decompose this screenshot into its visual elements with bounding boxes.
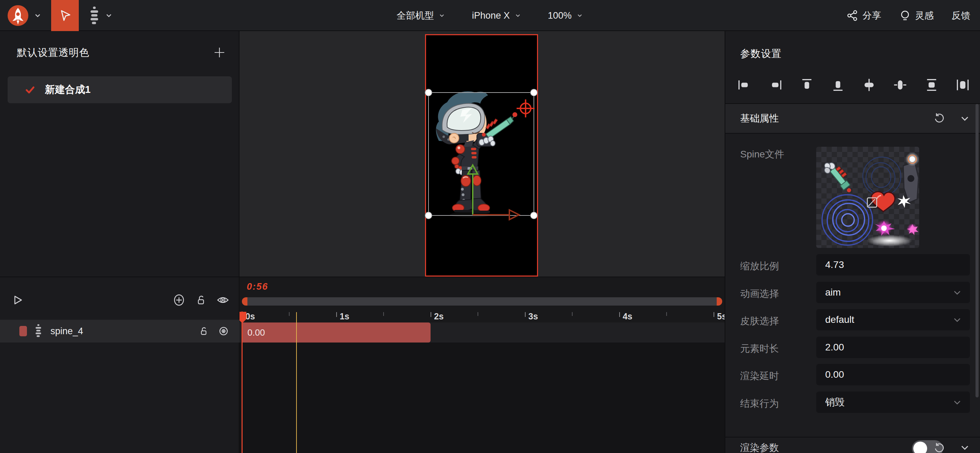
layer-lock-button[interactable] [198,326,209,337]
device-label: iPhone X [472,10,510,21]
duration-label: 元素时长 [740,342,779,355]
chevron-down-icon [514,12,522,19]
compositions-title: 默认设置透明色 [17,46,89,60]
lightbulb-icon [899,10,911,21]
topbar-left-group [0,0,113,31]
timeline-range-scrollbar[interactable] [242,297,722,306]
collapse-render-params-button[interactable] [959,442,970,453]
delay-field[interactable] [816,364,970,385]
chevron-down-icon [576,12,583,19]
feedback-button[interactable]: 反馈 [952,10,970,22]
animation-label: 动画选择 [740,287,779,300]
add-layer-button[interactable] [172,293,186,307]
layer-visibility-button[interactable] [217,325,230,337]
duration-input[interactable] [825,342,939,353]
scale-input[interactable] [825,259,939,270]
compositions-panel: 默认设置透明色 新建合成1 [0,31,239,453]
spine-file-label: Spine文件 [740,148,784,161]
share-button[interactable]: 分享 [846,10,881,22]
chevron-down-icon [959,113,970,124]
spine-character[interactable] [435,90,542,225]
properties-scrollbar[interactable] [975,104,978,398]
basic-properties-title: 基础属性 [740,112,779,125]
add-composition-button[interactable] [213,46,226,59]
align-top-button[interactable] [799,78,815,92]
basic-properties-section-header[interactable]: 基础属性 [725,103,980,134]
chevron-down-icon [952,315,963,325]
playhead-line[interactable] [242,312,243,453]
cursor-icon [57,8,73,23]
animation-select[interactable]: aim [816,282,970,303]
layer-color-swatch[interactable] [19,326,27,336]
range-handle-right[interactable] [717,297,722,306]
share-icon [846,10,858,21]
spine-tool-button[interactable] [89,6,113,25]
compositions-header: 默认设置透明色 [0,41,239,65]
scale-field[interactable] [816,254,970,276]
timeline-rows-background [239,342,725,453]
ruler-tick-2s: 2s [434,312,444,322]
ruler-tick-4s: 4s [623,312,632,322]
section-divider [725,437,980,437]
properties-panel: 参数设置 基础属性 [725,31,980,453]
select-tool-button[interactable] [51,0,79,31]
layers-toolbar [0,289,239,311]
feedback-label: 反馈 [952,10,970,22]
align-bottom-button[interactable] [830,78,846,92]
delay-input[interactable] [825,369,939,380]
center-in-canvas-vertical-button[interactable] [924,78,939,92]
layer-row-spine4[interactable]: spine_4 [0,320,239,342]
check-icon [24,84,36,96]
timeline-clip[interactable]: 0.00 [242,323,431,342]
duration-field[interactable] [816,337,970,358]
end-behavior-label: 结束行为 [740,397,779,410]
canvas-area[interactable] [239,31,725,277]
skin-value: default [825,314,854,325]
end-behavior-select[interactable]: 销毁 [816,391,970,413]
workspace-chevron-down-icon[interactable] [33,11,42,20]
device-filter-dropdown[interactable]: 全部机型 [397,10,446,22]
alignment-toolbar [737,78,970,92]
rocket-icon [8,5,28,26]
zoom-dropdown[interactable]: 100% [548,10,583,21]
device-dropdown[interactable]: iPhone X [472,10,522,21]
device-filter-label: 全部机型 [397,10,434,22]
composition-name: 新建合成1 [45,83,91,97]
plus-circle-icon [172,293,186,307]
layer-name: spine_4 [51,326,83,337]
end-behavior-value: 销毁 [825,396,845,409]
chevron-down-icon [959,442,970,453]
composition-item[interactable]: 新建合成1 [8,76,232,103]
spine-file-thumbnail[interactable] [816,147,919,248]
align-left-button[interactable] [737,78,752,92]
app-logo-avatar[interactable] [8,5,28,26]
ruler-tick-0s: 0s [245,312,255,322]
center-in-canvas-horizontal-button[interactable] [955,78,970,92]
lock-all-button[interactable] [194,294,207,306]
align-right-button[interactable] [768,78,783,92]
reset-icon [933,442,945,453]
render-params-section-header[interactable]: 渲染参数 [725,439,980,453]
reset-icon [933,112,945,125]
toggle-knob [913,442,927,453]
inspiration-label: 灵感 [915,10,934,22]
reset-render-params-button[interactable] [933,442,945,453]
align-vertical-center-button[interactable] [861,78,877,92]
chevron-down-icon [952,287,963,298]
properties-title: 参数设置 [740,47,782,61]
spine-tool-chevron-down-icon[interactable] [104,11,113,20]
inspiration-button[interactable]: 灵感 [899,10,934,22]
zoom-level-label: 100% [548,10,571,21]
show-all-button[interactable] [216,293,230,307]
range-handle-left[interactable] [242,297,247,306]
layer-track-spine4[interactable]: 0.00 [239,323,725,342]
topbar-center-group: 全部机型 iPhone X 100% [397,0,584,31]
collapse-section-button[interactable] [959,113,970,124]
reset-section-button[interactable] [933,112,945,125]
time-cursor-line [296,312,297,453]
play-button[interactable] [11,294,24,306]
time-ruler[interactable]: 0s 1s 2s 3s 4s 5s [239,312,725,323]
skin-select[interactable]: default [816,309,970,330]
skin-label: 皮肤选择 [740,315,779,328]
align-horizontal-center-button[interactable] [892,78,908,92]
